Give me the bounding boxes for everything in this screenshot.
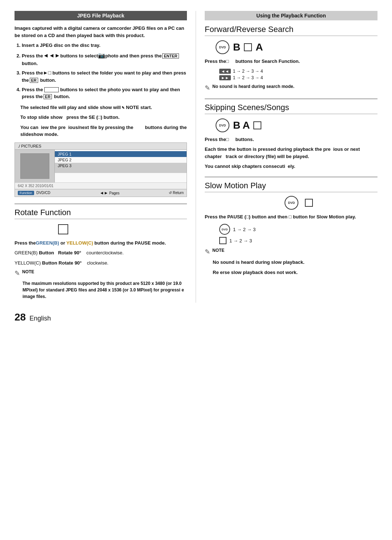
btn-a-square xyxy=(244,43,252,51)
fb-thumbnail xyxy=(15,150,55,182)
search-note-text: No sound is heard during search mode. xyxy=(212,84,294,89)
forward-reverse-section: Forward/Reverse Search DVD B A Press the… xyxy=(205,25,377,92)
arrow-steps-1: 1 → 2 → 3 → 4 xyxy=(233,69,263,74)
rotate-icon-row xyxy=(58,224,187,234)
skip-divider xyxy=(205,98,377,99)
sm-row-sq: 1 → 2 → 3 xyxy=(219,237,377,244)
page-number: 28 xyxy=(15,311,26,323)
btn-a-letter: A xyxy=(256,41,263,53)
slow-note-label: NOTE xyxy=(212,248,224,253)
rotate-green: GREEN(B) Button Rotate 90° counterclockw… xyxy=(15,249,187,257)
skip-btn-b: B xyxy=(233,120,240,131)
note-label: NOTE xyxy=(22,269,34,274)
rotate-section: Rotate Function Press theGREEN(B) or YEL… xyxy=(15,203,187,300)
fb-path: ./ PICTURES xyxy=(15,143,187,150)
skipping-desc2: You cannot skip chapters consecuti ely. xyxy=(205,163,377,170)
sm-square-icon xyxy=(219,237,226,244)
forward-btn: ►► xyxy=(219,75,231,80)
rewind-btn: ◄◄ xyxy=(219,69,231,74)
slow-note-2: Re erse slow playback does not work. xyxy=(213,269,377,276)
right-header: Using the Playback Function xyxy=(205,11,377,20)
slow-motion-title: Slow Motion Play xyxy=(205,181,377,192)
slow-note-icon: ✎ xyxy=(205,248,210,256)
rotate-note-text: The maximum resolutions supported by thi… xyxy=(23,280,187,300)
steps-list: Insert a JPEG disc on the disc tray. Pre… xyxy=(22,42,187,100)
note-icon: ✎ xyxy=(15,269,20,277)
fb-item-2[interactable]: JPEG 2 xyxy=(55,157,187,163)
skipping-press: Press the□ buttons. xyxy=(205,136,377,143)
fb-thumb-inner xyxy=(20,153,49,179)
rotate-title: Rotate Function xyxy=(15,208,187,219)
dvd-icon-3: DVD xyxy=(285,196,298,210)
slow-divider xyxy=(205,177,377,177)
function-label[interactable]: Function xyxy=(18,191,34,195)
dvd-icon-2: DVD xyxy=(216,118,229,132)
fb-footer: Function DVD/CD ◄► Pages ↺ Return xyxy=(15,189,187,197)
step-1: Insert a JPEG disc on the disc tray. xyxy=(22,42,187,49)
slow-arrows: DVD 1 → 2 → 3 1 → 2 → 3 xyxy=(219,224,377,244)
skip-btn-square xyxy=(253,121,261,129)
arrow-row-rev: ◄◄ 1 → 2 → 3 → 4 xyxy=(219,69,377,74)
fb-info: 642 X 352 2010/01/01 xyxy=(15,182,187,189)
forward-reverse-title: Forward/Reverse Search xyxy=(205,25,377,36)
rotate-yellow: YELLOW(C) Button Rotate 90° clockwise. xyxy=(15,259,187,267)
fb-pages[interactable]: ◄► Pages xyxy=(99,190,119,196)
step-2: Press the◄◄►buttons to select📷photo and … xyxy=(22,51,187,67)
forward-reverse-icons: DVD B A xyxy=(216,40,377,54)
step-4: Press the buttons to select the photo yo… xyxy=(22,86,187,100)
right-column: Using the Playback Function Forward/Reve… xyxy=(196,11,377,303)
search-note-icon: ✎ xyxy=(205,84,210,92)
page-wrapper: JPEG File Playback Images captured with … xyxy=(15,11,377,325)
left-header: JPEG File Playback xyxy=(15,11,187,20)
slow-press-text: Press the PAUSE (□) button and then □ bu… xyxy=(205,213,377,221)
slow-motion-icons: DVD xyxy=(285,196,377,210)
sm-steps-1: 1 → 2 → 3 xyxy=(233,227,256,232)
page-language: English xyxy=(29,315,51,322)
arrow-steps-2: 1 → 2 → 3 → 4 xyxy=(233,75,263,80)
rotate-square-icon xyxy=(58,224,68,234)
skipping-icons: DVD B A xyxy=(216,118,377,132)
rotate-divider xyxy=(15,203,187,204)
fb-item-3[interactable]: JPEG 3 xyxy=(55,163,187,169)
intro-text: Images captured with a digital camera or… xyxy=(15,25,187,39)
view-text: You can iew the pre ious/next file by pr… xyxy=(20,124,187,138)
slow-motion-section: Slow Motion Play DVD Press the PAUSE (□)… xyxy=(205,177,377,276)
search-note: ✎ No sound is heard during search mode. xyxy=(205,84,377,92)
fb-list: JPEG 1 JPEG 2 JPEG 3 xyxy=(55,150,187,182)
stop-text: To stop slide show press the SE (□) butt… xyxy=(20,114,187,121)
sm-dvd-icon: DVD xyxy=(219,224,230,235)
search-press-text: Press the□ buttons for Search Function. xyxy=(205,58,377,65)
rotate-desc: Press theGREEN(B) or YELLOW(C) button du… xyxy=(15,239,187,247)
fb-return[interactable]: ↺ Return xyxy=(169,191,184,195)
step4-sub: The selected file will play and slide sh… xyxy=(20,104,187,111)
skipping-title: Skipping Scenes/Songs xyxy=(205,103,377,114)
fb-item-6 xyxy=(55,172,187,173)
fb-function-btn[interactable]: Function DVD/CD xyxy=(18,191,50,195)
fb-content: JPEG 1 JPEG 2 JPEG 3 xyxy=(15,150,187,182)
fb-item-1[interactable]: JPEG 1 xyxy=(55,151,187,157)
file-browser: ./ PICTURES JPEG 1 JPEG 2 JPEG 3 642 X 3… xyxy=(15,142,187,197)
arrow-row-fwd: ►► 1 → 2 → 3 → 4 xyxy=(219,75,377,80)
skipping-section: Skipping Scenes/Songs DVD B A Press the□… xyxy=(205,98,377,170)
sm-row-dvd: DVD 1 → 2 → 3 xyxy=(219,224,377,235)
search-arrows: ◄◄ 1 → 2 → 3 → 4 ►► 1 → 2 → 3 → 4 xyxy=(219,69,377,80)
slow-btn-square xyxy=(305,199,313,207)
bottom-bar: 28 English xyxy=(15,311,377,325)
rotate-note: ✎ NOTE xyxy=(15,269,187,277)
sm-steps-2: 1 → 2 → 3 xyxy=(229,238,252,243)
skip-btn-a: A xyxy=(242,120,250,131)
skipping-desc1: Each time the button is pressed during p… xyxy=(205,146,377,160)
left-column: JPEG File Playback Images captured with … xyxy=(15,11,196,303)
slow-note: ✎ NOTE xyxy=(205,248,377,256)
dvd-icon: DVD xyxy=(216,40,229,54)
step-3: Press the►□ buttons to select the folder… xyxy=(22,69,187,84)
btn-b-letter: B xyxy=(233,41,240,53)
main-content: JPEG File Playback Images captured with … xyxy=(15,11,377,303)
slow-note-1: No sound is heard during slow playback. xyxy=(213,259,377,266)
